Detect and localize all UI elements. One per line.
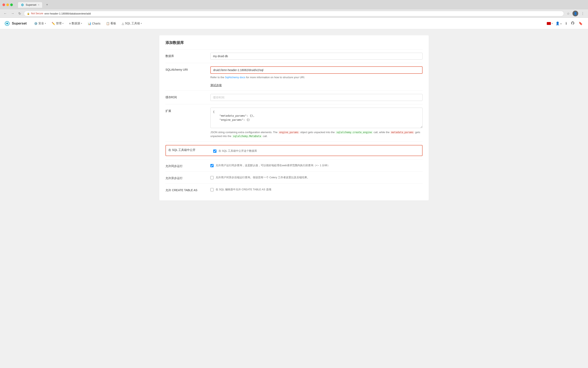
refresh-button[interactable]: ↻ (17, 11, 22, 16)
flag-chevron: ▾ (552, 22, 553, 25)
extend-help: JSON string containing extra configurati… (210, 130, 423, 138)
app-logo[interactable]: Superset (4, 20, 27, 27)
database-input[interactable] (210, 53, 423, 60)
expose-sql-description: 在 SQL 工具箱中公开这个数据库 (219, 149, 257, 153)
security-indicator: 🔒 (27, 12, 30, 15)
test-connection-link[interactable]: 测试连接 (210, 83, 222, 87)
datasource-icon: ≡ (69, 22, 71, 25)
nav-right: ▾ 👤 ▾ ℹ 🔖 (547, 20, 584, 27)
bookmark-nav-button[interactable]: 🔖 (577, 20, 584, 27)
extend-field: { "metadata_params": {}, "engine_params"… (210, 108, 423, 138)
expose-sql-field: 在 SQL 工具箱中公开这个数据库 (213, 148, 420, 153)
security-chevron: ▾ (45, 22, 46, 25)
allow-async-row: 允许异步运行 允许用户对异步后端运行查询。假设您有一个 Celery 工作者设置… (165, 171, 423, 183)
allow-ctas-row: 允许 CREATE TABLE AS 在 SQL 编辑器中允许 CREATE T… (165, 183, 423, 195)
window-controls (2, 3, 13, 6)
create-engine-code: sqlalchemy.create_engine (335, 131, 373, 134)
nav-item-charts[interactable]: 📊 Charts (85, 20, 103, 27)
security-icon: ⚙️ (34, 22, 37, 25)
user-chevron: ▾ (561, 23, 561, 25)
avatar-icon: 👤 (574, 12, 577, 15)
metadata-params-code: metadata_params (390, 131, 414, 134)
security-label: 安全 (38, 22, 44, 25)
minimize-dot[interactable] (6, 3, 9, 6)
tab-title: Superset (26, 3, 36, 6)
allow-sync-checkbox-row: 允许用户运行同步查询，这是默认值，可以很好地处理在web请求范围内执行的查询（<… (210, 164, 423, 167)
github-button[interactable] (570, 20, 576, 27)
superset-logo-icon (4, 20, 10, 27)
expose-sql-checkbox[interactable] (213, 149, 216, 153)
nav-item-security[interactable]: ⚙️ 安全 ▾ (32, 20, 48, 27)
manage-chevron: ▾ (62, 22, 63, 25)
form-title: 添加数据库 (165, 40, 423, 45)
sql-icon: △ (122, 22, 124, 25)
extend-help-suffix: call. (262, 135, 268, 138)
allow-async-label: 允许异步运行 (165, 175, 206, 180)
sql-chevron: ▾ (141, 22, 142, 25)
nav-item-sql[interactable]: △ SQL 工具箱 ▾ (119, 20, 144, 27)
tab-favicon (21, 3, 24, 7)
nav-item-datasource[interactable]: ≡ 数据源 ▾ (67, 20, 84, 27)
allow-async-checkbox-row: 允许用户对异步后端运行查询。假设您有一个 Celery 工作者设置以及后端结果。 (210, 176, 423, 179)
tab-close-button[interactable]: × (38, 3, 39, 6)
language-button[interactable]: ▾ (547, 22, 553, 25)
datasource-chevron: ▾ (81, 22, 82, 25)
allow-ctas-checkbox-row: 在 SQL 编辑器中允许 CREATE TABLE AS 选项 (210, 188, 423, 191)
database-label: 数据库 (165, 53, 206, 58)
user-avatar[interactable]: 👤 (572, 11, 578, 16)
extend-help-mid2: call, while the (373, 131, 390, 134)
allow-sync-field: 允许用户运行同步查询，这是默认值，可以很好地处理在web请求范围内执行的查询（<… (210, 163, 423, 167)
extend-label: 扩展 (165, 108, 206, 113)
browser-titlebar: Superset × + (0, 0, 588, 9)
browser-chrome: Superset × + ← → ↻ 🔒 Not Secure emr-head… (0, 0, 588, 18)
flag-icon (547, 22, 551, 25)
bookmark-button[interactable]: ☆ (566, 11, 571, 16)
allow-sync-checkbox[interactable] (210, 164, 214, 167)
allow-async-checkbox[interactable] (210, 176, 214, 179)
extend-row: 扩展 { "metadata_params": {}, "engine_para… (165, 104, 423, 141)
not-secure-label: Not Secure (31, 12, 43, 15)
nav-item-manage[interactable]: ✏️ 管理 ▾ (49, 20, 66, 27)
new-tab-button[interactable]: + (44, 2, 50, 8)
expose-sql-highlighted-container: 在 SQL 工具箱中公开 在 SQL 工具箱中公开这个数据库 (165, 145, 423, 156)
dashboard-icon: 📋 (106, 22, 110, 25)
url-text: emr-header-1:18088/databaseview/add (45, 12, 91, 15)
forward-button[interactable]: → (10, 11, 16, 16)
user-menu-button[interactable]: 👤 ▾ (554, 20, 563, 27)
allow-sync-description: 允许用户运行同步查询，这是默认值，可以很好地处理在web请求范围内执行的查询（<… (216, 164, 330, 167)
github-icon (571, 21, 575, 25)
allow-ctas-checkbox[interactable] (210, 188, 214, 191)
browser-menu-button[interactable]: ⋮ (580, 11, 586, 16)
address-bar[interactable]: 🔒 Not Secure emr-header-1:18088/database… (24, 11, 564, 16)
nav-item-dashboard[interactable]: 📋 看板 (104, 20, 118, 27)
logo-text: Superset (12, 21, 27, 26)
charts-label: Charts (92, 22, 100, 25)
sqlalchemy-docs-link[interactable]: SqlAlchemy docs (225, 76, 245, 79)
app-navbar: Superset ⚙️ 安全 ▾ ✏️ 管理 ▾ ≡ 数据源 ▾ 📊 Chart… (0, 18, 588, 29)
allow-sync-row: 允许同步运行 允许用户运行同步查询，这是默认值，可以很好地处理在web请求范围内… (165, 159, 423, 171)
datasource-label: 数据源 (71, 22, 80, 25)
back-button[interactable]: ← (2, 11, 8, 16)
extend-textarea[interactable]: { "metadata_params": {}, "engine_params"… (210, 108, 423, 128)
sqlalchemy-input[interactable] (210, 66, 423, 74)
user-icon: 👤 (556, 22, 560, 25)
maximize-dot[interactable] (10, 3, 13, 6)
charts-icon: 📊 (88, 22, 91, 25)
manage-icon: ✏️ (52, 22, 55, 25)
sqlalchemy-field: Refer to the SqlAlchemy docs for more in… (210, 66, 423, 87)
browser-tab[interactable]: Superset × (18, 2, 43, 8)
allow-ctas-field: 在 SQL 编辑器中允许 CREATE TABLE AS 选项 (210, 187, 423, 191)
cache-input[interactable] (210, 94, 423, 101)
bookmark-nav-icon: 🔖 (579, 22, 583, 25)
page-content: 添加数据库 数据库 SQLAlchemy URI Refer to the Sq… (151, 29, 437, 206)
info-button[interactable]: ℹ (564, 20, 568, 27)
browser-addressbar: ← → ↻ 🔒 Not Secure emr-header-1:18088/da… (0, 9, 588, 18)
allow-ctas-label: 允许 CREATE TABLE AS (165, 187, 206, 192)
cache-label: 缓存时间 (165, 94, 206, 99)
test-connection-container: 测试连接 (210, 82, 423, 87)
database-field (210, 53, 423, 60)
manage-label: 管理 (56, 22, 62, 25)
extend-help-prefix: JSON string containing extra configurati… (210, 131, 278, 134)
close-dot[interactable] (2, 3, 5, 6)
sqlalchemy-row: SQLAlchemy URI Refer to the SqlAlchemy d… (165, 63, 423, 91)
